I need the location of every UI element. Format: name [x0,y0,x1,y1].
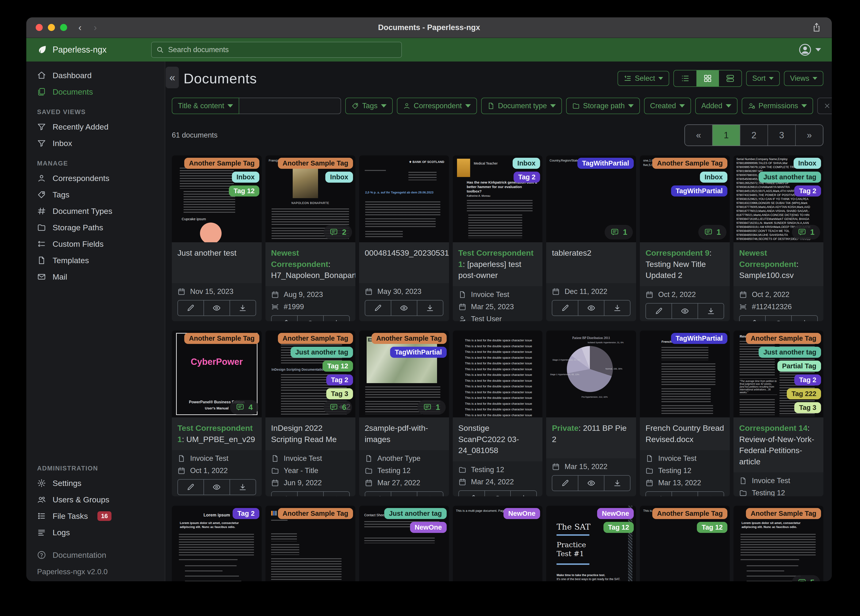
share-icon[interactable] [811,22,821,32]
document-thumbnail[interactable]: Lorem ipsumLorem ipsum dolor sit amet, c… [733,506,823,581]
document-card[interactable]: one,1.0 five,5.0Another Sample TagInboxT… [640,156,730,321]
filter-permissions[interactable]: Permissions [742,97,813,114]
tag-pill-inbox[interactable]: Inbox [232,171,259,183]
preview-button[interactable] [204,300,230,316]
sidebar-item-documentation[interactable]: Documentation [26,547,165,563]
preview-button[interactable] [391,491,417,496]
document-thumbnail[interactable]: AdoInDesign Scripting DocumentationAnoth… [265,330,355,417]
tag-pill-inbox[interactable]: Inbox [325,171,353,183]
preview-button[interactable] [672,303,698,319]
preview-button[interactable] [297,315,324,321]
tag-pill-tag-12[interactable]: Tag 12 [603,522,634,533]
download-button[interactable] [698,491,724,496]
document-card[interactable]: AdoInDesign Scripting DocumentationAnoth… [265,330,355,496]
title-content-dropdown[interactable]: Title & content [172,97,239,114]
tag-pill-partial-tag[interactable]: Partial Tag [777,361,821,372]
document-thumbnail[interactable]: Contact Sheet DemoJust another tagNewOne [359,506,449,581]
comment-count-badge[interactable]: 1 [605,225,633,239]
correspondent-link[interactable]: Private [552,423,578,432]
tag-pill-tag-2[interactable]: Tag 2 [794,185,821,196]
tag-pill-tag-2[interactable]: Tag 2 [232,508,259,519]
sidebar-item-custom-fields[interactable]: Custom Fields [26,236,165,252]
download-button[interactable] [417,491,443,496]
download-button[interactable] [604,300,631,316]
tag-pill-tagwithpartial[interactable]: TagWithPartial [390,347,447,358]
tag-pill-just-another-tag[interactable]: Just another tag [290,347,353,358]
document-thumbnail[interactable]: Test NameAnother Sample Tag [265,506,355,581]
document-card[interactable]: The SATPracticeTest #1Make time to take … [546,506,636,581]
tag-pill-tag-12[interactable]: Tag 12 [322,361,353,372]
comment-count-badge[interactable]: 4 [230,400,258,415]
document-title[interactable]: Sonstige ScanPC2022 03-24_081058 [453,417,543,461]
document-card[interactable]: Patient BP Distribution 2011Isolated Sys… [546,330,636,496]
tag-pill-tag-222[interactable]: Tag 222 [787,388,821,399]
download-button[interactable] [510,490,537,496]
document-thumbnail[interactable]: Francja pod rNAPOLEON BONAPARTEAnother S… [265,156,355,242]
tag-pill-another-sample-tag[interactable]: Another Sample Tag [278,158,353,169]
sidebar-item-tags[interactable]: Tags [26,186,165,203]
sidebar-item-correspondents[interactable]: Correspondents [26,170,165,186]
sidebar-item-dashboard[interactable]: Dashboard [26,67,165,83]
download-button[interactable] [323,315,350,321]
list-view-button[interactable] [674,71,697,86]
sidebar-item-mail[interactable]: Mail [26,269,165,285]
document-card[interactable]: French Country BreadTagWithPartialFrench… [640,330,730,496]
document-thumbnail[interactable]: This is a test for the double space char… [453,330,543,417]
tag-pill-just-another-tag[interactable]: Just another tag [759,347,821,358]
document-card[interactable]: Lorem ipsumLorem ipsum dolor sit amet, c… [733,506,823,581]
tag-pill-another-sample-tag[interactable]: Another Sample Tag [184,158,259,169]
tag-pill-another-sample-tag[interactable]: Another Sample Tag [184,333,259,344]
sidebar-item-inbox[interactable]: Inbox [26,135,165,151]
download-button[interactable] [698,303,724,319]
document-card[interactable]: This is a testAnother Sample TagTag 12 [640,506,730,581]
tag-pill-another-sample-tag[interactable]: Another Sample Tag [746,333,821,344]
tag-pill-tagwithpartial[interactable]: TagWithPartial [671,333,728,344]
document-card[interactable]: This is a test for the double space char… [453,330,543,496]
filter-created[interactable]: Created [644,97,691,114]
filter-storage-path[interactable]: Storage path [566,97,640,114]
app-brand[interactable]: Paperless-ngx [37,45,107,55]
title-content-filter-input[interactable] [239,97,341,114]
document-card[interactable]: Serial Number,Company Name,Employ 978818… [733,156,823,321]
tag-pill-tag-2[interactable]: Tag 2 [794,374,821,385]
document-title[interactable]: InDesign 2022 Scripting Read Me [265,417,355,450]
document-card[interactable]: This is a multi page document. Page 1.Ne… [453,506,543,581]
sidebar-item-users-groups[interactable]: Users & Groups [26,491,165,508]
tag-pill-another-sample-tag[interactable]: Another Sample Tag [652,508,727,519]
edit-button[interactable] [271,491,298,496]
document-card[interactable]: Lorem ipsumLorem ipsum dolor sit amet, c… [172,506,262,581]
filter-correspondent[interactable]: Correspondent [397,97,477,114]
document-thumbnail[interactable]: French Country BreadTagWithPartial [640,330,730,417]
filter-tags[interactable]: Tags [345,97,392,114]
tag-pill-tag-3[interactable]: Tag 3 [326,388,353,399]
comment-count-badge[interactable]: 1 [417,400,446,415]
sidebar-collapse-button[interactable]: « [166,67,179,88]
tag-pill-inbox[interactable]: Inbox [794,158,821,169]
views-button[interactable]: Views [784,71,823,86]
page-button-1[interactable]: 1 [712,125,740,146]
document-title[interactable]: Just another test [172,242,262,264]
sort-button[interactable]: Sort [746,71,780,86]
tag-pill-tag-3[interactable]: Tag 3 [794,402,821,413]
document-thumbnail[interactable]: Adobe Acrobat PDF FilesCupcake ipsumAnot… [172,156,262,242]
edit-button[interactable] [177,300,204,316]
document-title[interactable]: Newest Correspondent: Sample100.csv [733,242,823,286]
tag-pill-just-another-tag[interactable]: Just another tag [384,508,447,519]
document-thumbnail[interactable]: Lorem ipsumLorem ipsum dolor sit amet, c… [172,506,262,581]
edit-button[interactable] [552,475,578,491]
detail-view-button[interactable] [719,71,741,86]
document-title[interactable]: Test Correspondent 1: UM_PPBE_en_v29 [172,417,262,450]
tag-pill-tag-12[interactable]: Tag 12 [229,185,259,196]
comment-count-badge[interactable]: 2 [324,225,352,239]
tag-pill-tagwithpartial[interactable]: TagWithPartial [671,185,728,196]
tag-pill-another-sample-tag[interactable]: Another Sample Tag [372,333,447,344]
tag-pill-inbox[interactable]: Inbox [513,158,540,169]
tag-pill-tagwithpartial[interactable]: TagWithPartial [578,158,634,169]
preview-button[interactable] [204,479,230,495]
user-menu[interactable] [799,43,821,57]
document-thumbnail[interactable]: Review of"The average time from petition… [733,330,823,417]
document-card[interactable]: Contact Sheet DemoJust another tagNewOne [359,506,449,581]
document-card[interactable]: Review of"The average time from petition… [733,330,823,496]
document-card[interactable]: Francja pod rNAPOLEON BONAPARTEAnother S… [265,156,355,321]
comment-count-badge[interactable]: 1 [792,225,820,239]
